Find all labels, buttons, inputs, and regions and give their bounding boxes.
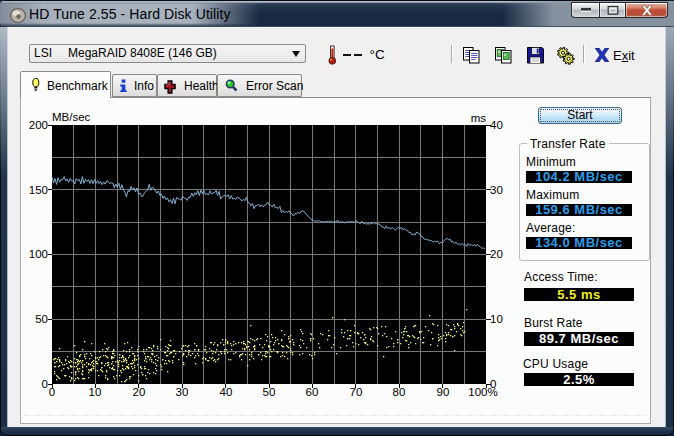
svg-text:90: 90 — [437, 386, 450, 398]
svg-text:70: 70 — [350, 386, 363, 398]
svg-text:10: 10 — [490, 313, 503, 325]
svg-text:50: 50 — [35, 313, 48, 325]
svg-text:40: 40 — [490, 119, 503, 131]
svg-text:50: 50 — [263, 386, 276, 398]
svg-text:40: 40 — [220, 386, 233, 398]
svg-text:ms: ms — [471, 112, 487, 124]
svg-text:150: 150 — [29, 184, 48, 196]
svg-text:80: 80 — [393, 386, 406, 398]
svg-text:0: 0 — [49, 386, 55, 398]
svg-text:30: 30 — [490, 184, 503, 196]
svg-text:100%: 100% — [468, 386, 497, 398]
svg-text:200: 200 — [29, 119, 48, 131]
svg-text:20: 20 — [133, 386, 146, 398]
svg-text:30: 30 — [176, 386, 189, 398]
svg-text:20: 20 — [490, 248, 503, 260]
svg-text:MB/sec: MB/sec — [52, 111, 91, 123]
svg-text:0: 0 — [42, 378, 48, 390]
svg-text:10: 10 — [89, 386, 102, 398]
svg-text:60: 60 — [306, 386, 319, 398]
svg-text:100: 100 — [29, 248, 48, 260]
